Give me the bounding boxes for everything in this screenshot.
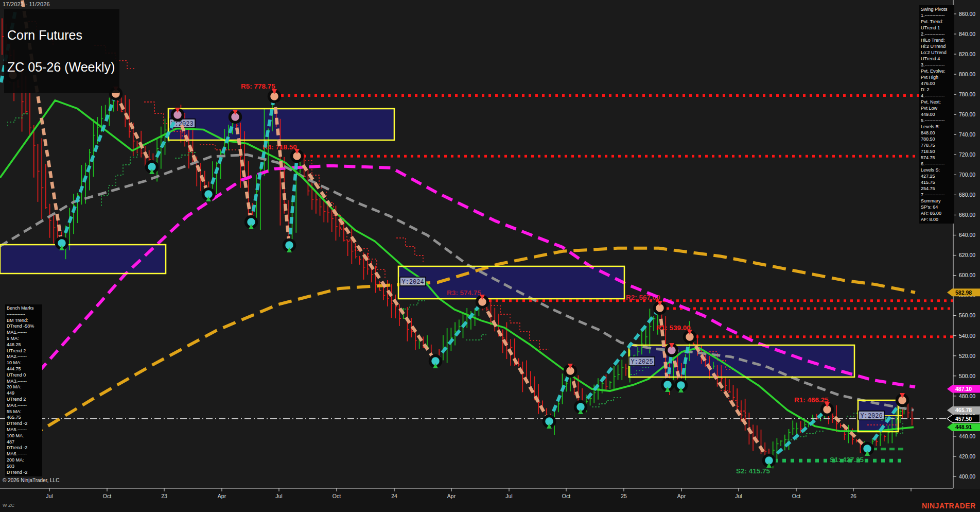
price-tick-label: 400.00 xyxy=(959,473,975,480)
year-zone-fill xyxy=(398,266,624,299)
price-tick-label: 600.00 xyxy=(959,272,975,278)
year-zone-label: Y:2025 xyxy=(631,359,653,366)
time-tick-label: Jul xyxy=(735,493,742,499)
price-tick-label: 800.00 xyxy=(959,71,975,77)
price-marker-value: 487.10 xyxy=(955,386,972,392)
year-zone-fill xyxy=(168,109,394,140)
level-label: R1: 466.25 xyxy=(794,396,829,404)
level-label: S1: 427.25 xyxy=(830,456,864,464)
level-label: R3: 574.75 xyxy=(447,289,481,297)
price-marker-value: 457.50 xyxy=(955,416,972,422)
price-tick-label: 620.00 xyxy=(959,252,975,258)
chart-window: R5: 778.75R4: 718.50R3: 574.75R2: 567.00… xyxy=(0,0,980,512)
red-stop-steps xyxy=(491,305,549,349)
price-tick-label: 740.00 xyxy=(959,131,975,138)
green-stop-steps xyxy=(8,114,29,126)
time-tick-label: Jul xyxy=(46,493,52,499)
time-tick-label: Oct xyxy=(792,493,800,499)
price-tick-label: 860.00 xyxy=(959,11,975,17)
year-zone-label: Y:2026 xyxy=(860,413,882,420)
time-tick-label: 25 xyxy=(621,493,627,499)
price-tick-label: 760.00 xyxy=(959,111,975,117)
time-tick-label: Apr xyxy=(218,493,226,499)
instrument-tag: W ZC xyxy=(3,503,14,508)
swing-zigzag-layer xyxy=(1,0,902,460)
price-tick-label: 720.00 xyxy=(959,151,975,158)
green-stop-steps xyxy=(466,335,486,340)
price-marker-value: 465.78 xyxy=(955,407,972,413)
time-tick-label: Apr xyxy=(677,493,686,499)
green-stop-steps xyxy=(847,413,859,416)
price-tick-label: 820.00 xyxy=(959,51,975,57)
price-tick-label: 480.00 xyxy=(959,393,975,399)
year-zone-label: Y:2024 xyxy=(401,279,424,286)
year-zones-layer xyxy=(0,109,898,432)
price-tick-label: 420.00 xyxy=(959,453,975,459)
green-stop-steps xyxy=(592,398,621,407)
instrument-name: Corn Futures xyxy=(7,27,116,43)
price-tick-label: 640.00 xyxy=(959,232,975,238)
downswing-line xyxy=(482,302,549,421)
bench-marks-panel: Bench Marks ------------ BM Trend: DTren… xyxy=(5,304,42,476)
price-marker-value: 448.91 xyxy=(955,424,972,430)
downswing-line xyxy=(116,94,152,167)
time-tick-label: 23 xyxy=(161,493,167,499)
price-tick-label: 840.00 xyxy=(959,31,975,37)
time-tick-label: 24 xyxy=(391,493,397,499)
year-zone-fill xyxy=(0,245,166,274)
copyright-label: © 2026 NinjaTrader, LLC xyxy=(3,477,59,483)
swing-pivots-panel: Swing Pivots 1.------------- Pvt. Trend:… xyxy=(919,5,954,224)
time-tick-label: Oct xyxy=(332,493,341,499)
upswing-line xyxy=(549,371,570,421)
ninjatrader-logo: NINJATRADER xyxy=(922,502,976,510)
price-tick-label: 700.00 xyxy=(959,172,975,178)
price-tick-label: 680.00 xyxy=(959,192,975,198)
price-tick-label: 500.00 xyxy=(959,373,975,379)
date-range-label: 17/2022 - 11/2026 xyxy=(3,1,50,7)
time-axis-bg xyxy=(0,489,980,512)
downswing-line xyxy=(297,156,435,361)
time-tick-label: Apr xyxy=(447,493,456,499)
price-chart[interactable]: R5: 778.75R4: 718.50R3: 574.75R2: 567.00… xyxy=(0,0,980,512)
time-tick-label: Oct xyxy=(103,493,111,499)
red-stop-steps xyxy=(396,238,423,263)
red-stop-steps xyxy=(200,145,237,150)
stop-steps-layer xyxy=(8,22,903,443)
price-tick-label: 560.00 xyxy=(959,312,975,318)
level-label: S2: 415.75 xyxy=(736,467,771,475)
time-tick-label: Jul xyxy=(505,493,512,499)
price-marker-value: 582.98 xyxy=(955,289,972,296)
green-stop-steps xyxy=(101,152,137,206)
red-stop-steps xyxy=(305,161,363,250)
green-stop-steps xyxy=(401,301,425,309)
price-tick-label: 440.00 xyxy=(959,433,975,439)
time-axis[interactable]: JulOct23AprJulOct24AprJulOct25AprJulOct2… xyxy=(0,488,980,512)
price-tick-label: 780.00 xyxy=(959,91,975,97)
chart-title-box: Corn Futures ZC 05-26 (Weekly) xyxy=(4,9,119,93)
time-tick-label: Oct xyxy=(562,493,570,499)
contract-name: ZC 05-26 (Weekly) xyxy=(7,59,116,75)
time-tick-label: 26 xyxy=(850,493,856,499)
time-tick-label: Jul xyxy=(275,493,282,499)
price-tick-label: 660.00 xyxy=(959,212,975,218)
level-label: R5: 778.75 xyxy=(241,82,275,90)
price-tick-label: 520.00 xyxy=(959,353,975,359)
price-tick-label: 540.00 xyxy=(959,333,975,339)
